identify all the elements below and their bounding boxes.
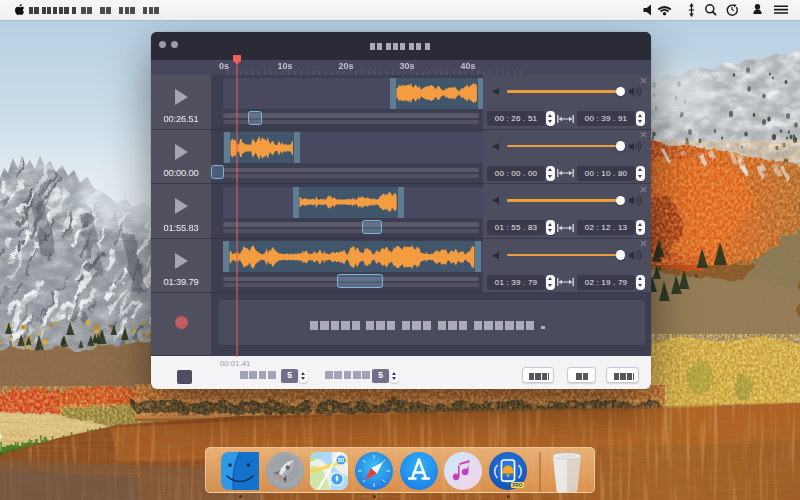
svg-text:PRO: PRO bbox=[513, 483, 523, 488]
svg-text:3D: 3D bbox=[338, 457, 345, 463]
